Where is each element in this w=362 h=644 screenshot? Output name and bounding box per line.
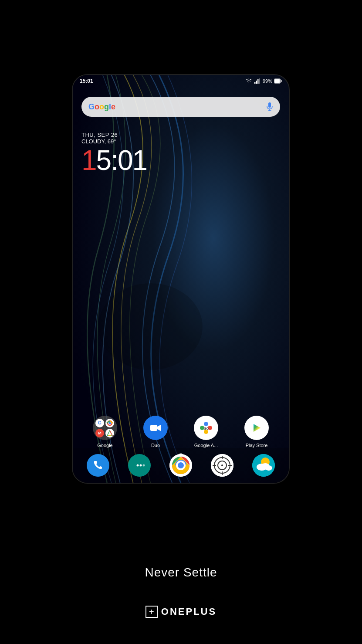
svg-point-1 <box>98 283 203 370</box>
dock-phone[interactable] <box>77 454 118 477</box>
google-label: Google <box>97 443 112 448</box>
duo-label: Duo <box>151 443 160 448</box>
svg-point-21 <box>204 422 208 426</box>
clock-hour-first-digit: 1 <box>81 145 96 176</box>
signal-icon <box>254 78 261 84</box>
svg-point-39 <box>178 462 184 468</box>
status-icons: 99% <box>245 78 282 84</box>
svg-rect-2 <box>254 82 256 84</box>
clock-widget: THU, SEP 26 CLOUDY, 69° 15:01 <box>81 132 147 174</box>
phone-icon[interactable] <box>87 454 109 477</box>
dock-chrome[interactable] <box>160 454 201 477</box>
svg-rect-9 <box>268 102 271 108</box>
app-grid: G M <box>73 416 289 448</box>
svg-text:GO: GO <box>204 427 209 430</box>
svg-point-23 <box>204 430 208 434</box>
dock <box>73 448 289 483</box>
google-logo: Google <box>88 102 115 112</box>
clock-display: 15:01 <box>81 146 147 174</box>
mic-icon[interactable] <box>266 102 273 111</box>
svg-rect-18 <box>150 425 157 431</box>
oneplus-brand: + ONEPLUS <box>145 606 217 618</box>
branding-section: Never Settle + ONEPLUS <box>0 566 362 618</box>
app-duo[interactable]: Duo <box>132 416 179 448</box>
svg-rect-3 <box>256 81 257 84</box>
assistant-icon[interactable]: GO <box>194 416 218 440</box>
battery-icon <box>274 78 282 84</box>
play-store-icon[interactable] <box>244 416 269 440</box>
google-mini-icon: G <box>95 419 104 427</box>
date-display: THU, SEP 26 <box>81 132 147 138</box>
svg-point-29 <box>136 464 139 467</box>
chrome-icon[interactable] <box>169 454 192 477</box>
svg-rect-5 <box>259 78 260 84</box>
play-store-label: Play Store <box>246 443 268 448</box>
svg-point-31 <box>142 464 145 467</box>
dock-camera[interactable] <box>202 454 243 477</box>
oneplus-logo-icon: + <box>145 606 158 618</box>
oneplus-logo-text: ONEPLUS <box>161 606 217 617</box>
tagline: Never Settle <box>145 566 217 580</box>
drive-mini-icon <box>105 429 114 437</box>
app-assistant[interactable]: GO Google A... <box>183 416 230 448</box>
dock-messages[interactable] <box>118 454 160 477</box>
battery-percent: 99% <box>263 78 272 84</box>
phone-screen: 15:01 99% <box>72 74 290 484</box>
app-play-store[interactable]: Play Store <box>233 416 280 448</box>
assistant-label: Google A... <box>194 443 218 448</box>
app-google[interactable]: G M <box>81 416 129 448</box>
svg-rect-7 <box>281 80 282 82</box>
google-folder-icon[interactable]: G M <box>93 416 117 440</box>
weather-icon[interactable] <box>252 454 275 477</box>
status-bar: 15:01 99% <box>73 75 289 87</box>
svg-point-14 <box>109 422 111 424</box>
svg-marker-15 <box>107 430 112 436</box>
gmail-mini-icon: M <box>95 429 104 437</box>
duo-icon[interactable] <box>143 416 168 440</box>
svg-marker-19 <box>157 425 161 431</box>
weather-display: CLOUDY, 69° <box>81 138 147 145</box>
svg-rect-8 <box>274 79 280 83</box>
dock-weather[interactable] <box>243 454 284 477</box>
search-bar[interactable]: Google <box>81 97 280 117</box>
svg-point-30 <box>139 464 142 467</box>
chrome-mini-icon <box>105 419 114 427</box>
status-time: 15:01 <box>80 78 93 84</box>
camera-icon[interactable] <box>211 454 233 477</box>
svg-point-52 <box>265 465 272 471</box>
svg-point-43 <box>221 464 223 466</box>
clock-time-rest: 5:01 <box>96 145 147 176</box>
svg-rect-4 <box>257 79 259 84</box>
wifi-icon <box>246 78 252 84</box>
svg-line-17 <box>110 430 112 436</box>
messages-icon[interactable] <box>128 454 151 477</box>
